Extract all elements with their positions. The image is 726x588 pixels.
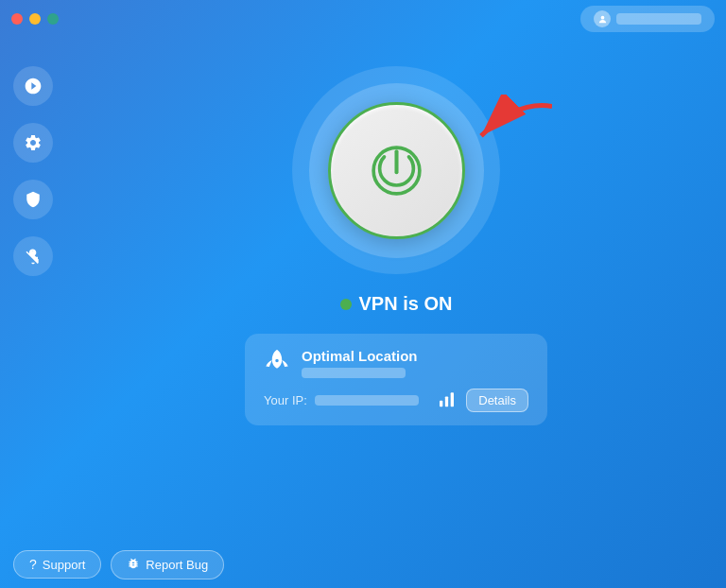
maximize-button[interactable] — [47, 13, 59, 25]
status-dot — [340, 299, 352, 310]
report-bug-button[interactable]: Report Bug — [111, 550, 224, 579]
support-icon: ? — [29, 557, 37, 572]
location-info: Optimal Location — [302, 348, 418, 378]
svg-rect-5 — [445, 396, 448, 406]
sidebar-item-settings[interactable] — [13, 123, 53, 163]
sidebar-item-block[interactable] — [13, 236, 53, 276]
bug-icon — [127, 557, 140, 573]
close-button[interactable] — [11, 13, 23, 25]
report-bug-label: Report Bug — [146, 558, 208, 572]
location-card: Optimal Location Your IP: Details — [245, 334, 547, 425]
user-avatar-icon — [594, 10, 611, 27]
vpn-status-text: VPN is ON — [359, 293, 453, 315]
location-name: Optimal Location — [302, 348, 418, 364]
support-label: Support — [43, 558, 86, 572]
traffic-lights — [11, 13, 59, 25]
sidebar — [0, 38, 66, 588]
ip-value-blurred — [315, 395, 419, 406]
power-icon — [366, 140, 427, 201]
support-button[interactable]: ? Support — [13, 550, 101, 579]
power-toggle-button[interactable] — [328, 102, 465, 239]
titlebar — [0, 0, 726, 38]
sidebar-item-quick-connect[interactable] — [13, 66, 53, 106]
power-ring-outer — [292, 66, 500, 274]
ip-label: Your IP: — [264, 393, 307, 407]
sidebar-item-security[interactable] — [13, 180, 53, 219]
svg-rect-6 — [451, 392, 454, 406]
user-account-button[interactable] — [580, 6, 715, 32]
location-sub-blurred — [302, 368, 406, 378]
bottom-bar: ? Support Report Bug — [0, 541, 726, 588]
main-content: VPN is ON Optimal Location Your IP: — [66, 38, 726, 588]
annotation-arrow — [458, 95, 552, 165]
location-bottom: Your IP: Details — [264, 389, 528, 412]
signal-strength-icon — [440, 390, 458, 411]
location-rocket-icon — [264, 347, 290, 379]
minimize-button[interactable] — [29, 13, 41, 25]
svg-rect-4 — [440, 400, 442, 406]
details-button[interactable]: Details — [466, 389, 528, 412]
svg-point-0 — [600, 15, 604, 19]
user-name-blurred — [616, 13, 701, 25]
location-top: Optimal Location — [264, 347, 528, 379]
vpn-status: VPN is ON — [340, 293, 453, 315]
